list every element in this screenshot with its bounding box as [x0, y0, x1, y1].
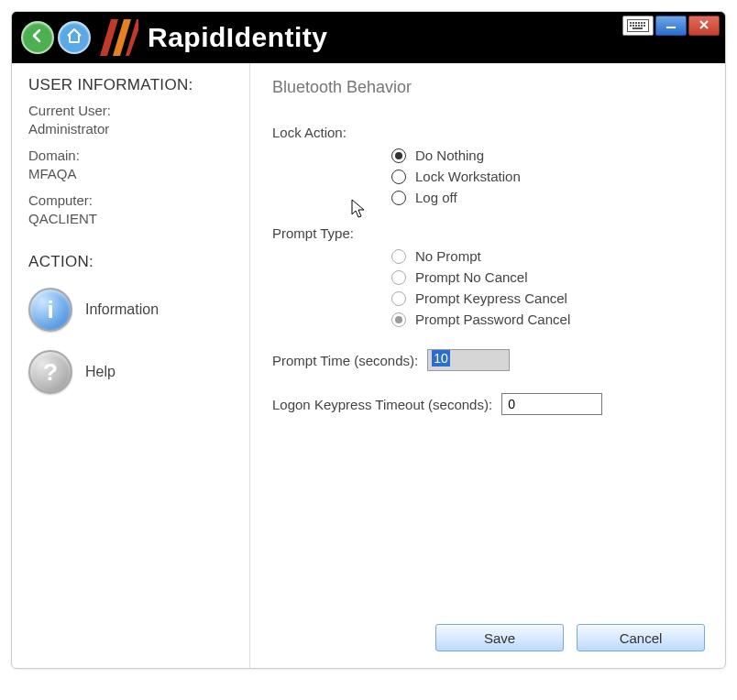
home-icon — [66, 27, 82, 49]
keyboard-icon — [627, 19, 649, 32]
radio-do-nothing[interactable]: Do Nothing — [391, 148, 703, 163]
radio-label: Log off — [415, 190, 457, 205]
help-icon: ? — [28, 350, 72, 394]
current-user-row: Current User: Administrator — [28, 102, 233, 137]
svg-rect-15 — [644, 25, 645, 27]
action-information[interactable]: i Information — [28, 288, 233, 332]
app-title: RapidIdentity — [148, 22, 328, 53]
radio-prompt-password-cancel[interactable]: Prompt Password Cancel — [391, 312, 703, 327]
window-controls — [621, 16, 720, 36]
svg-rect-16 — [632, 27, 643, 29]
lock-action-label: Lock Action: — [272, 125, 703, 140]
current-user-value: Administrator — [28, 120, 233, 138]
svg-rect-6 — [635, 22, 637, 24]
svg-rect-12 — [635, 25, 637, 27]
radio-log-off[interactable]: Log off — [391, 190, 703, 205]
radio-label: Prompt Keypress Cancel — [415, 290, 567, 306]
action-list: i Information ? Help — [28, 288, 233, 394]
current-user-label: Current User: — [28, 102, 233, 120]
close-icon — [698, 19, 710, 33]
svg-rect-9 — [644, 22, 645, 24]
svg-rect-10 — [630, 25, 632, 27]
radio-icon — [391, 312, 406, 327]
prompt-type-label: Prompt Type: — [272, 225, 703, 241]
radio-label: No Prompt — [415, 248, 481, 264]
svg-rect-4 — [630, 22, 632, 24]
svg-rect-5 — [632, 22, 634, 24]
radio-icon — [391, 249, 406, 264]
radio-label: Lock Workstation — [415, 169, 521, 184]
radio-icon — [391, 270, 406, 285]
content: USER INFORMATION: Current User: Administ… — [12, 63, 725, 668]
minimize-icon — [666, 19, 676, 33]
action-label: Information — [85, 301, 159, 318]
radio-label: Do Nothing — [415, 148, 484, 163]
domain-row: Domain: MFAQA — [28, 147, 233, 182]
prompt-time-input[interactable]: 10 — [427, 349, 510, 371]
logon-timeout-label: Logon Keypress Timeout (seconds): — [272, 397, 492, 412]
prompt-type-group: No Prompt Prompt No Cancel Prompt Keypre… — [391, 248, 703, 327]
titlebar: RapidIdentity — [12, 12, 725, 63]
radio-label: Prompt No Cancel — [415, 269, 528, 285]
radio-icon — [391, 148, 406, 163]
prompt-time-row: Prompt Time (seconds): 10 — [272, 349, 703, 371]
rapididentity-logo-icon — [100, 19, 138, 56]
panel-title: Bluetooth Behavior — [272, 78, 703, 97]
logon-timeout-row: Logon Keypress Timeout (seconds): — [272, 393, 703, 415]
save-button[interactable]: Save — [435, 624, 564, 651]
action-label: Help — [85, 364, 116, 380]
radio-label: Prompt Password Cancel — [415, 312, 570, 327]
info-icon: i — [28, 288, 72, 332]
svg-rect-8 — [641, 22, 643, 24]
radio-lock-workstation[interactable]: Lock Workstation — [391, 169, 703, 184]
svg-rect-14 — [641, 25, 643, 27]
domain-label: Domain: — [28, 147, 233, 165]
radio-icon — [391, 291, 406, 306]
sidebar: USER INFORMATION: Current User: Administ… — [12, 63, 250, 668]
arrow-left-icon — [30, 28, 45, 48]
close-button[interactable] — [688, 16, 720, 36]
main-panel: Bluetooth Behavior Lock Action: Do Nothi… — [250, 63, 725, 668]
radio-prompt-keypress-cancel[interactable]: Prompt Keypress Cancel — [391, 290, 703, 306]
radio-no-prompt[interactable]: No Prompt — [391, 248, 703, 264]
lock-action-group: Do Nothing Lock Workstation Log off — [391, 148, 703, 205]
action-help[interactable]: ? Help — [28, 350, 233, 394]
svg-rect-11 — [632, 25, 634, 27]
cursor-icon — [351, 199, 368, 224]
back-button[interactable] — [21, 21, 54, 54]
svg-rect-7 — [638, 22, 640, 24]
cancel-button[interactable]: Cancel — [577, 624, 705, 651]
button-row: Save Cancel — [435, 624, 705, 651]
prompt-time-label: Prompt Time (seconds): — [272, 353, 418, 368]
computer-value: QACLIENT — [28, 210, 233, 228]
computer-row: Computer: QACLIENT — [28, 191, 233, 227]
domain-value: MFAQA — [28, 165, 233, 183]
window: RapidIdentity — [11, 11, 726, 669]
logon-timeout-input[interactable] — [501, 393, 602, 415]
radio-icon — [391, 170, 406, 184]
radio-icon — [391, 191, 406, 205]
prompt-time-value: 10 — [432, 350, 450, 366]
user-info-title: USER INFORMATION: — [28, 76, 233, 94]
app-logo: RapidIdentity — [100, 19, 328, 56]
svg-rect-17 — [666, 27, 676, 28]
svg-rect-13 — [638, 25, 640, 27]
radio-prompt-no-cancel[interactable]: Prompt No Cancel — [391, 269, 703, 285]
computer-label: Computer: — [28, 191, 233, 210]
minimize-button[interactable] — [655, 16, 687, 36]
home-button[interactable] — [58, 21, 91, 54]
action-title: ACTION: — [28, 253, 233, 271]
onscreen-keyboard-button[interactable] — [622, 16, 654, 36]
